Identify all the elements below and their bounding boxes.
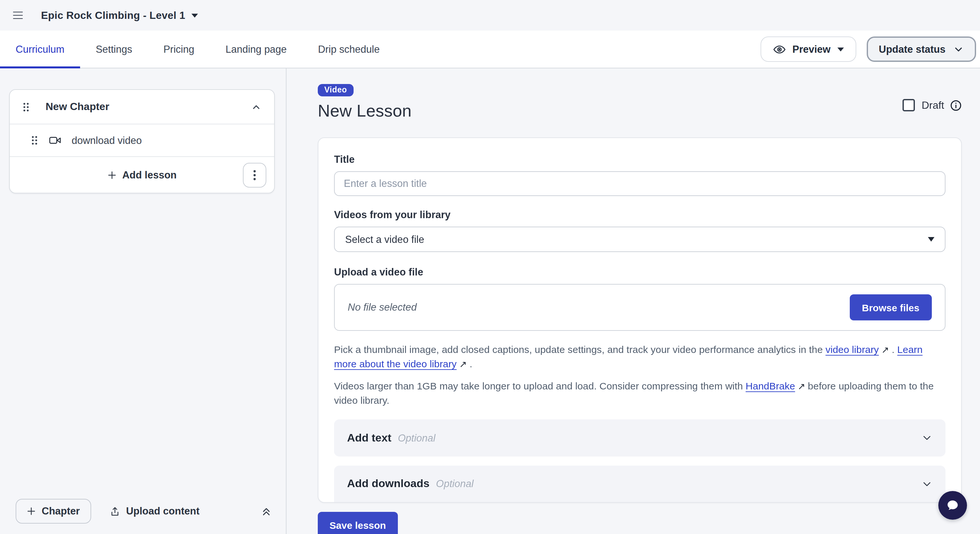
chat-widget-button[interactable] bbox=[938, 491, 967, 520]
video-file-select[interactable]: Select a video file bbox=[334, 227, 945, 252]
tab-settings[interactable]: Settings bbox=[80, 30, 148, 68]
external-link-arrow-icon: ↗ bbox=[879, 345, 889, 355]
add-downloads-accordion[interactable]: Add downloads Optional bbox=[334, 466, 945, 502]
help-text: Videos larger than 1GB may take longer t… bbox=[334, 380, 746, 391]
upload-video-label: Upload a video file bbox=[334, 266, 945, 278]
update-status-label: Update status bbox=[879, 43, 945, 55]
tab-curriculum[interactable]: Curriculum bbox=[0, 30, 80, 68]
info-icon[interactable] bbox=[950, 99, 962, 111]
add-chapter-label: Chapter bbox=[42, 505, 80, 517]
chevron-down-icon bbox=[953, 44, 964, 54]
no-file-text: No file selected bbox=[348, 302, 417, 313]
save-row: Save lesson bbox=[318, 512, 962, 534]
video-library-label: Videos from your library bbox=[334, 209, 945, 221]
video-library-help-text: Pick a thumbnail image, add closed capti… bbox=[334, 343, 945, 371]
chapter-footer: Add lesson bbox=[10, 157, 274, 193]
caret-down-icon bbox=[191, 13, 197, 17]
chapter-menu-button[interactable] bbox=[243, 162, 266, 187]
drag-handle-icon[interactable] bbox=[31, 135, 38, 145]
draft-label: Draft bbox=[922, 99, 944, 111]
help-text: Pick a thumbnail image, add closed capti… bbox=[334, 344, 825, 355]
curriculum-sidebar: New Chapter download video bbox=[0, 68, 286, 534]
eye-icon bbox=[773, 43, 786, 56]
plus-icon bbox=[107, 170, 116, 180]
tab-bar: Curriculum Settings Pricing Landing page… bbox=[0, 30, 980, 68]
select-caret-icon bbox=[928, 237, 934, 242]
update-status-button[interactable]: Update status bbox=[866, 37, 976, 62]
browse-files-button[interactable]: Browse files bbox=[850, 294, 932, 320]
plus-icon bbox=[27, 507, 36, 516]
lesson-form-card: Title Videos from your library Select a … bbox=[318, 137, 962, 503]
tab-landing-page[interactable]: Landing page bbox=[210, 30, 302, 68]
drag-handle-icon[interactable] bbox=[23, 102, 29, 112]
upload-content-button[interactable]: Upload content bbox=[109, 505, 200, 517]
lesson-row[interactable]: download video bbox=[10, 124, 274, 157]
help-link[interactable]: HandBrake bbox=[746, 380, 795, 391]
add-chapter-button[interactable]: Chapter bbox=[16, 499, 91, 524]
chapter-title: New Chapter bbox=[46, 101, 110, 113]
page-title: New Lesson bbox=[318, 101, 412, 121]
content-area: New Chapter download video bbox=[0, 68, 980, 534]
chevron-up-icon bbox=[251, 102, 261, 112]
help-link[interactable]: video library bbox=[825, 344, 879, 355]
external-link-arrow-icon: ↗ bbox=[457, 359, 467, 369]
preview-label: Preview bbox=[792, 43, 830, 55]
lesson-editor: Video New Lesson Draft Title V bbox=[286, 68, 980, 534]
sidebar-footer: Chapter Upload content bbox=[0, 499, 286, 534]
course-title: Epic Rock Climbing - Level 1 bbox=[41, 10, 185, 21]
hamburger-menu-icon[interactable] bbox=[13, 11, 23, 19]
add-text-label: Add text bbox=[347, 431, 391, 445]
optional-label: Optional bbox=[436, 478, 473, 490]
video-camera-icon bbox=[49, 134, 61, 146]
caret-down-icon bbox=[837, 47, 843, 51]
add-text-accordion[interactable]: Add text Optional bbox=[334, 420, 945, 456]
top-header: Epic Rock Climbing - Level 1 bbox=[0, 0, 980, 30]
add-lesson-label: Add lesson bbox=[122, 169, 177, 181]
lesson-type-badge: Video bbox=[318, 84, 353, 96]
tabs: Curriculum Settings Pricing Landing page… bbox=[0, 30, 395, 68]
tab-drip-schedule[interactable]: Drip schedule bbox=[302, 30, 396, 68]
upload-content-label: Upload content bbox=[126, 505, 200, 517]
upload-icon bbox=[109, 506, 120, 517]
save-lesson-button[interactable]: Save lesson bbox=[318, 512, 398, 534]
collapse-all-button[interactable] bbox=[261, 506, 272, 517]
course-switcher[interactable]: Epic Rock Climbing - Level 1 bbox=[41, 10, 197, 21]
add-downloads-label: Add downloads bbox=[347, 477, 430, 490]
chevron-down-icon bbox=[921, 432, 932, 443]
kebab-menu-icon bbox=[253, 170, 256, 180]
lesson-header: Video New Lesson Draft bbox=[318, 83, 962, 121]
help-text: . bbox=[467, 358, 473, 369]
chapter-card: New Chapter download video bbox=[9, 89, 275, 194]
preview-button[interactable]: Preview bbox=[760, 37, 856, 62]
file-upload-box: No file selected Browse files bbox=[334, 284, 945, 331]
help-text: . bbox=[889, 344, 897, 355]
lesson-heading-group: Video New Lesson bbox=[318, 83, 412, 121]
draft-toggle-group: Draft bbox=[903, 99, 962, 111]
optional-label: Optional bbox=[398, 432, 435, 444]
title-label: Title bbox=[334, 154, 945, 165]
double-chevron-up-icon bbox=[261, 506, 272, 517]
chevron-down-icon bbox=[921, 478, 932, 490]
external-link-arrow-icon: ↗ bbox=[795, 381, 808, 391]
add-lesson-button[interactable]: Add lesson bbox=[107, 169, 177, 181]
chapter-header[interactable]: New Chapter bbox=[10, 90, 274, 124]
lesson-title: download video bbox=[72, 135, 142, 146]
course-builder-app: Epic Rock Climbing - Level 1 Curriculum … bbox=[0, 0, 980, 534]
collapse-chapter-button[interactable] bbox=[251, 102, 261, 112]
draft-checkbox[interactable] bbox=[903, 99, 915, 111]
chat-bubble-icon bbox=[945, 497, 961, 513]
compression-help-text: Videos larger than 1GB may take longer t… bbox=[334, 379, 945, 408]
lesson-title-input[interactable] bbox=[334, 171, 945, 196]
tab-pricing[interactable]: Pricing bbox=[148, 30, 210, 68]
video-file-select-value: Select a video file bbox=[345, 234, 424, 245]
header-actions: Preview Update status bbox=[760, 37, 976, 62]
